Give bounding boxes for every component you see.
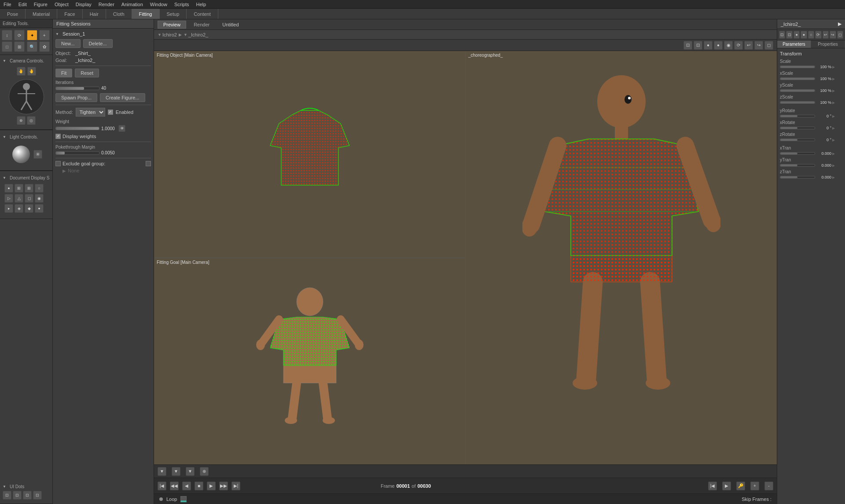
tool-btn-8[interactable]: ✿	[39, 41, 50, 52]
menu-figure[interactable]: Figure	[30, 2, 51, 7]
tool-btn-6[interactable]: ⊞	[14, 41, 25, 52]
doc-icon-9[interactable]: ▸	[4, 204, 13, 213]
vp-toolbar-btn-7[interactable]: ↩	[744, 41, 753, 50]
scale-arrow[interactable]: ▶	[832, 65, 835, 69]
exclude-checkbox-2[interactable]	[146, 161, 151, 166]
yscale-slider[interactable]	[780, 89, 815, 92]
menu-object[interactable]: Object	[51, 2, 72, 7]
menu-scripts[interactable]: Scripts	[171, 2, 193, 7]
light-ball[interactable]	[12, 146, 30, 163]
yrotate-slider[interactable]	[780, 115, 815, 117]
camera-ctrl-2[interactable]: ◎	[27, 116, 36, 125]
ytran-slider[interactable]	[780, 164, 815, 167]
exclude-checkbox[interactable]	[55, 161, 61, 166]
timeline-nav-2[interactable]: ▶	[722, 482, 731, 490]
light-controls-title[interactable]: Light Controls.	[3, 135, 50, 139]
r-btn-8[interactable]: ↪	[830, 31, 836, 39]
xtran-arrow[interactable]: ▶	[832, 152, 835, 156]
timeline-remove-btn[interactable]: -	[764, 482, 773, 490]
vp-nav-2[interactable]: ▼	[172, 467, 180, 476]
ui-dot-1[interactable]: ⊡	[3, 491, 11, 500]
session-name[interactable]: Session_1	[55, 31, 151, 37]
doc-icon-2[interactable]: ⊞	[15, 184, 23, 193]
reset-button[interactable]: Reset	[75, 69, 99, 77]
vtab-render[interactable]: Render	[188, 21, 215, 29]
r-btn-3[interactable]: ●	[794, 31, 800, 39]
iterations-slider[interactable]	[55, 87, 99, 90]
vp-toolbar-btn-1[interactable]: ⊡	[683, 41, 692, 50]
vp-nav-3[interactable]: ▼	[186, 467, 195, 476]
doc-icon-12[interactable]: ●	[35, 204, 44, 213]
menu-animation[interactable]: Animation	[118, 2, 147, 7]
ui-dot-4[interactable]: ⊡	[33, 491, 42, 500]
play-stop-btn[interactable]: ■	[195, 482, 203, 490]
tool-btn-1[interactable]: ↕	[2, 30, 12, 40]
zrotate-slider[interactable]	[780, 139, 815, 141]
tab-face[interactable]: Face	[57, 9, 82, 19]
tab-hair[interactable]: Hair	[83, 9, 106, 19]
vtab-preview[interactable]: Preview	[158, 21, 186, 29]
xscale-slider[interactable]	[780, 77, 815, 80]
new-button[interactable]: New...	[55, 39, 81, 48]
doc-icon-11[interactable]: ◆	[25, 204, 33, 213]
tool-btn-7[interactable]: 🔍	[27, 41, 37, 52]
xrotate-slider[interactable]	[780, 127, 815, 129]
tool-btn-3[interactable]: ✦	[27, 30, 37, 40]
tool-btn-2[interactable]: ⟳	[14, 30, 25, 40]
tab-pose[interactable]: Pose	[0, 9, 26, 19]
fit-button[interactable]: Fit	[55, 69, 72, 77]
vp-toolbar-btn-6[interactable]: ⟳	[734, 41, 743, 50]
method-select[interactable]: Tighten	[76, 108, 105, 117]
camera-controls-title[interactable]: Camera Controls.	[3, 58, 50, 63]
scale-slider[interactable]	[780, 66, 815, 68]
zscale-arrow[interactable]: ▶	[832, 101, 835, 105]
light-star-icon[interactable]: ✳	[33, 150, 42, 159]
doc-display-title[interactable]: Document Display S	[3, 175, 50, 180]
spawn-prop-button[interactable]: Spawn Prop...	[55, 93, 97, 102]
menu-file[interactable]: File	[0, 2, 15, 7]
menu-render[interactable]: Render	[95, 2, 118, 7]
camera-hand-right[interactable]: 🤚	[27, 67, 36, 76]
zscale-slider[interactable]	[780, 101, 815, 104]
tab-setup[interactable]: Setup	[160, 9, 187, 19]
ytran-arrow[interactable]: ▶	[832, 164, 835, 168]
doc-icon-6[interactable]: △	[15, 194, 23, 203]
vp-toolbar-btn-9[interactable]: ◻	[764, 41, 773, 50]
ztran-arrow[interactable]: ▶	[832, 175, 835, 179]
vp-toolbar-btn-2[interactable]: ⊡	[694, 41, 702, 50]
play-next-btn[interactable]: ▶▶	[219, 482, 228, 490]
play-end-btn[interactable]: ▶|	[231, 482, 240, 490]
play-fwd-btn[interactable]: ▶	[207, 482, 216, 490]
r-btn-1[interactable]: ⊡	[779, 31, 785, 39]
delete-button[interactable]: Delete...	[83, 39, 113, 48]
vp-toolbar-btn-3[interactable]: ●	[704, 41, 713, 50]
breadcrumb-child[interactable]: ▼ _Ichiro2_	[184, 32, 208, 37]
tab-fitting[interactable]: Fitting	[132, 9, 160, 19]
ui-dots-title[interactable]: UI Dots	[3, 484, 50, 489]
r-btn-4[interactable]: ●	[801, 31, 807, 39]
timeline-key-btn[interactable]: 🔑	[736, 482, 745, 490]
viewport-right[interactable]: _choreographed_	[466, 51, 777, 464]
right-panel-expand[interactable]: ▶	[838, 21, 841, 27]
yscale-arrow[interactable]: ▶	[832, 89, 835, 93]
viewport-bottom[interactable]: Fitting Goal [Main Camera]	[154, 258, 465, 465]
camera-figure-widget[interactable]	[9, 79, 44, 114]
timeline-nav-1[interactable]: |◀	[708, 482, 717, 490]
menu-window[interactable]: Window	[147, 2, 171, 7]
camera-hand-left[interactable]: 🤚	[17, 67, 26, 76]
weight-slider[interactable]	[55, 127, 99, 130]
zrotate-arrow[interactable]: ▶	[832, 138, 835, 142]
xscale-arrow[interactable]: ▶	[832, 77, 835, 81]
ui-dot-2[interactable]: ⊡	[13, 491, 22, 500]
display-weights-checkbox[interactable]	[55, 134, 61, 139]
ui-dot-3[interactable]: ⊡	[23, 491, 32, 500]
camera-ctrl-1[interactable]: ⊕	[17, 116, 26, 125]
doc-icon-10[interactable]: ◈	[15, 204, 23, 213]
vp-nav-1[interactable]: ▼	[158, 467, 166, 476]
xrotate-arrow[interactable]: ▶	[832, 126, 835, 130]
doc-icon-5[interactable]: ▷	[4, 194, 13, 203]
menu-help[interactable]: Help	[193, 2, 210, 7]
r-btn-9[interactable]: ◻	[837, 31, 843, 39]
r-btn-6[interactable]: ⟳	[815, 31, 821, 39]
right-tab-properties[interactable]: Properties	[811, 40, 845, 48]
